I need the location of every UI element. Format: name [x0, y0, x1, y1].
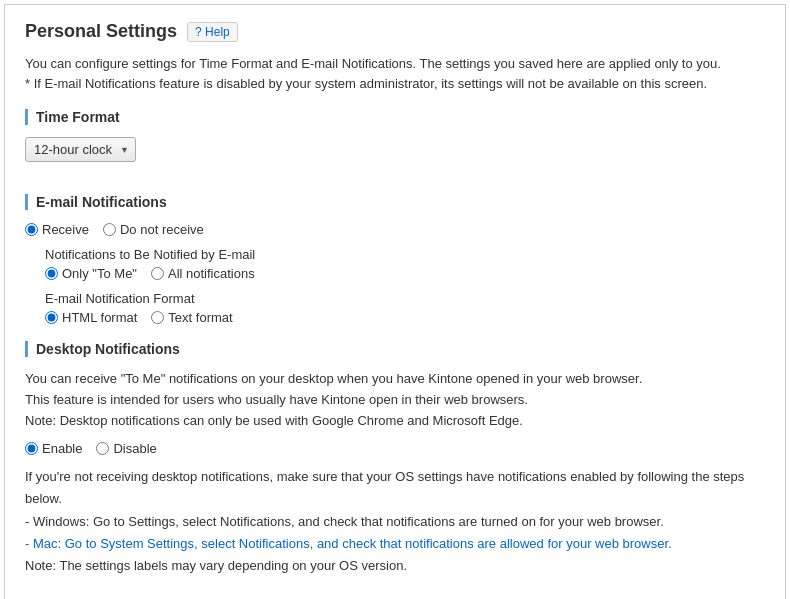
html-format-radio[interactable]	[45, 311, 58, 324]
text-format-label[interactable]: Text format	[151, 310, 232, 325]
intro-line2: * If E-mail Notifications feature is dis…	[25, 74, 765, 94]
desktop-info-line2: This feature is intended for users who u…	[25, 390, 765, 411]
desktop-notifications-heading: Desktop Notifications	[25, 341, 765, 357]
notifications-heading: Notifications to Be Notified by E-mail	[45, 247, 765, 262]
page-header: Personal Settings ? Help	[25, 21, 765, 42]
format-heading: E-mail Notification Format	[45, 291, 765, 306]
page-container: Personal Settings ? Help You can configu…	[4, 4, 786, 599]
time-format-dropdown[interactable]: 12-hour clock 24-hour clock	[25, 137, 136, 162]
only-to-me-radio[interactable]	[45, 267, 58, 280]
instructions-text: If you're not receiving desktop notifica…	[25, 466, 765, 576]
email-notifications-heading: E-mail Notifications	[25, 194, 765, 210]
format-radio-group: HTML format Text format	[45, 310, 765, 325]
html-format-label[interactable]: HTML format	[45, 310, 137, 325]
text-format-radio[interactable]	[151, 311, 164, 324]
disable-label[interactable]: Disable	[96, 441, 156, 456]
desktop-notifications-section: Desktop Notifications You can receive "T…	[25, 341, 765, 577]
desktop-info-line3: Note: Desktop notifications can only be …	[25, 411, 765, 432]
enable-label[interactable]: Enable	[25, 441, 82, 456]
receive-label[interactable]: Receive	[25, 222, 89, 237]
only-to-me-label[interactable]: Only "To Me"	[45, 266, 137, 281]
receive-radio-group: Receive Do not receive	[25, 222, 765, 237]
page-title: Personal Settings	[25, 21, 177, 42]
time-format-section: Time Format 12-hour clock 24-hour clock	[25, 109, 765, 178]
desktop-info-text: You can receive "To Me" notifications on…	[25, 369, 765, 431]
instructions-line2: - Windows: Go to Settings, select Notifi…	[25, 511, 765, 533]
all-notifications-radio[interactable]	[151, 267, 164, 280]
desktop-info-line1: You can receive "To Me" notifications on…	[25, 369, 765, 390]
do-not-receive-label[interactable]: Do not receive	[103, 222, 204, 237]
instructions-line3: - Mac: Go to System Settings, select Not…	[25, 533, 765, 555]
notifications-sub-section: Notifications to Be Notified by E-mail O…	[45, 247, 765, 281]
enable-radio[interactable]	[25, 442, 38, 455]
instructions-line4: Note: The settings labels may vary depen…	[25, 555, 765, 577]
all-notifications-label[interactable]: All notifications	[151, 266, 255, 281]
receive-radio[interactable]	[25, 223, 38, 236]
intro-line1: You can configure settings for Time Form…	[25, 54, 765, 74]
disable-radio[interactable]	[96, 442, 109, 455]
time-format-dropdown-wrapper[interactable]: 12-hour clock 24-hour clock	[25, 137, 136, 162]
instructions-line1: If you're not receiving desktop notifica…	[25, 466, 765, 510]
time-format-heading: Time Format	[25, 109, 765, 125]
intro-text: You can configure settings for Time Form…	[25, 54, 765, 93]
do-not-receive-radio[interactable]	[103, 223, 116, 236]
format-sub-section: E-mail Notification Format HTML format T…	[45, 291, 765, 325]
help-link[interactable]: ? Help	[187, 22, 238, 42]
enable-disable-radio-group: Enable Disable	[25, 441, 765, 456]
notification-type-radio-group: Only "To Me" All notifications	[45, 266, 765, 281]
email-notifications-section: E-mail Notifications Receive Do not rece…	[25, 194, 765, 325]
